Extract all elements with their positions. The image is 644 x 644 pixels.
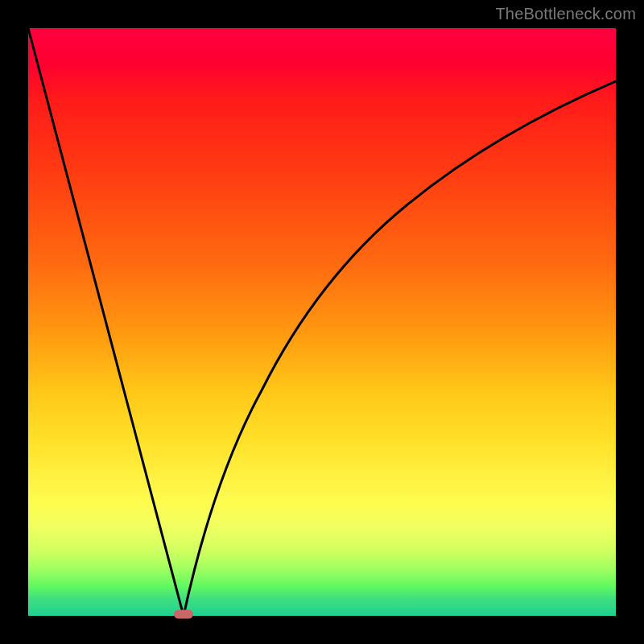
bottleneck-curve [28, 28, 616, 616]
curve-right-branch [184, 81, 616, 616]
chart-frame: TheBottleneck.com [0, 0, 644, 644]
curve-left-branch [28, 28, 184, 616]
watermark-text: TheBottleneck.com [495, 5, 636, 23]
plot-area [28, 28, 616, 616]
optimal-point-marker [174, 610, 193, 619]
